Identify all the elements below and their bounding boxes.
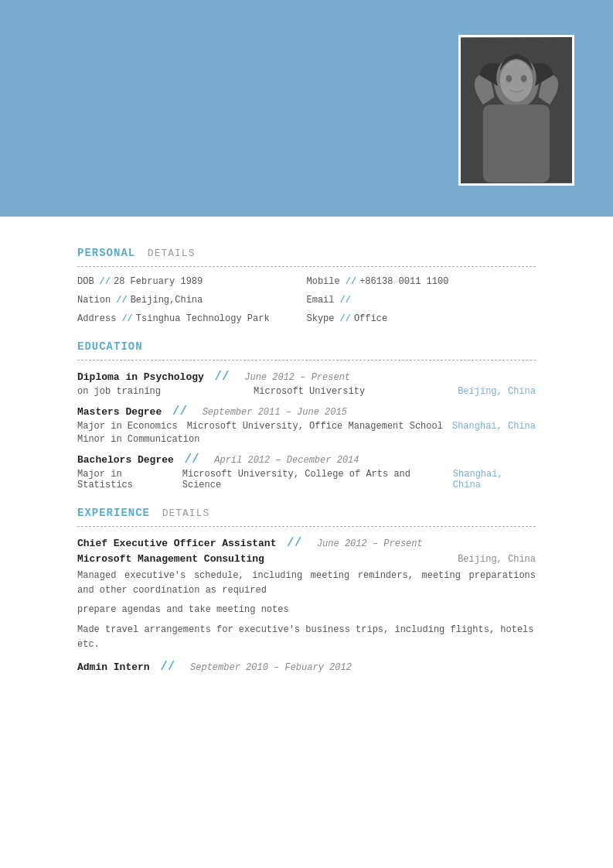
address-value: Tsinghua Technology Park [136, 313, 270, 324]
ceo-date: June 2012 – Present [317, 538, 423, 549]
education-highlight: EDUCATION [77, 340, 143, 353]
masters-minor: Minor in Communication [77, 434, 536, 445]
masters-location: Shanghai, China [452, 421, 536, 432]
diploma-detail2: Microsoft University [254, 386, 365, 397]
address-col: Address // Tsinghua Technology Park [77, 313, 307, 324]
diploma-slash: // [214, 370, 229, 384]
experience-section-title: EXPERIENCE DETAILS [77, 506, 536, 520]
svg-point-3 [500, 60, 533, 102]
dob-label: DOB [77, 276, 94, 287]
photo-placeholder [461, 37, 572, 183]
edu-entry-masters: Masters Degree // September 2011 – June … [77, 405, 536, 445]
exp-entry-ceo: Chief Executive Officer Assistant // Jun… [77, 536, 536, 652]
masters-detail2: Microsoft University, Office Management … [187, 421, 443, 432]
personal-divider [77, 266, 536, 267]
bachelors-detail-row: Major in Statistics Microsoft University… [77, 469, 536, 490]
svg-point-4 [506, 75, 513, 83]
mobile-col: Mobile // +86138 0011 1100 [307, 276, 536, 287]
ceo-desc-3: Made travel arrangements for executive's… [77, 623, 536, 652]
admin-slash: // [160, 660, 175, 674]
personal-row-1: DOB // 28 February 1989 Mobile // +86138… [77, 276, 536, 287]
nation-col: Nation // Beijing,China [77, 295, 307, 306]
bachelors-detail1: Major in Statistics [77, 469, 182, 490]
profile-photo [458, 35, 574, 186]
personal-normal: DETAILS [148, 248, 196, 259]
masters-slash: // [172, 405, 187, 419]
nation-label: Nation [77, 295, 111, 306]
education-section-title: EDUCATION [77, 340, 536, 354]
svg-rect-2 [483, 104, 550, 183]
ceo-desc-1: Managed executive's schedule, including … [77, 569, 536, 598]
experience-highlight: EXPERIENCE [77, 507, 150, 519]
ceo-company-row: Microsoft Management Consulting Beijing,… [77, 553, 536, 565]
bachelors-location: Shanghai, China [453, 469, 536, 490]
mobile-value: +86138 0011 1100 [359, 276, 448, 287]
ceo-company: Microsoft Management Consulting [77, 553, 264, 565]
skype-label: Skype [307, 313, 335, 324]
content-section: PERSONAL DETAILS DOB // 28 February 1989… [0, 217, 613, 697]
ceo-desc-2: prepare agendas and take meeting notes [77, 603, 536, 617]
masters-date: September 2011 – June 2015 [203, 407, 347, 418]
education-divider [77, 360, 536, 361]
personal-highlight: PERSONAL [77, 247, 135, 259]
experience-normal: DETAILS [162, 507, 210, 519]
ceo-title: Chief Executive Officer Assistant [77, 538, 276, 549]
masters-detail1: Major in Economics [77, 421, 178, 432]
bachelors-detail2: Microsoft University, College of Arts an… [182, 469, 453, 490]
personal-row-3: Address // Tsinghua Technology Park Skyp… [77, 313, 536, 324]
skype-value: Office [354, 313, 387, 324]
diploma-detail-row: on job training Microsoft University Bei… [77, 386, 536, 397]
edu-entry-bachelors: Bachelors Degree // April 2012 – Decembe… [77, 453, 536, 490]
email-slash: // [340, 295, 351, 306]
ceo-location: Beijing, China [458, 554, 536, 565]
dob-slash: // [100, 276, 111, 287]
person-photo-svg [461, 35, 572, 186]
diploma-date: June 2012 – Present [244, 372, 350, 383]
mobile-slash: // [346, 276, 356, 287]
edu-entry-diploma: Diploma in Psychology // June 2012 – Pre… [77, 370, 536, 397]
personal-row-2: Nation // Beijing,China Email // [77, 295, 536, 306]
diploma-title: Diploma in Psychology [77, 371, 204, 383]
email-label: Email [307, 295, 335, 306]
dob-value: 28 February 1989 [114, 276, 203, 287]
admin-date: September 2010 – Febuary 2012 [190, 662, 352, 673]
personal-section-title: PERSONAL DETAILS [77, 246, 536, 260]
skype-col: Skype // Office [307, 313, 536, 324]
diploma-detail1: on job training [77, 386, 161, 397]
dob-col: DOB // 28 February 1989 [77, 276, 307, 287]
address-slash: // [121, 313, 132, 324]
ceo-slash: // [287, 536, 301, 550]
mobile-label: Mobile [307, 276, 340, 287]
nation-value: Beijing,China [131, 295, 203, 306]
skype-slash: // [340, 313, 351, 324]
experience-divider [77, 526, 536, 527]
address-label: Address [77, 313, 116, 324]
diploma-location: Beijing, China [458, 386, 536, 397]
nation-slash: // [116, 295, 127, 306]
bachelors-slash: // [184, 453, 199, 466]
bachelors-title: Bachelors Degree [77, 454, 174, 466]
svg-point-5 [521, 75, 527, 83]
bachelors-date: April 2012 – December 2014 [214, 455, 359, 466]
masters-title: Masters Degree [77, 406, 162, 418]
email-col: Email // [307, 295, 536, 306]
header-section [0, 0, 613, 217]
admin-title: Admin Intern [77, 661, 150, 673]
masters-detail-row: Major in Economics Microsoft University,… [77, 421, 536, 432]
exp-entry-admin: Admin Intern // September 2010 – Febuary… [77, 660, 536, 674]
